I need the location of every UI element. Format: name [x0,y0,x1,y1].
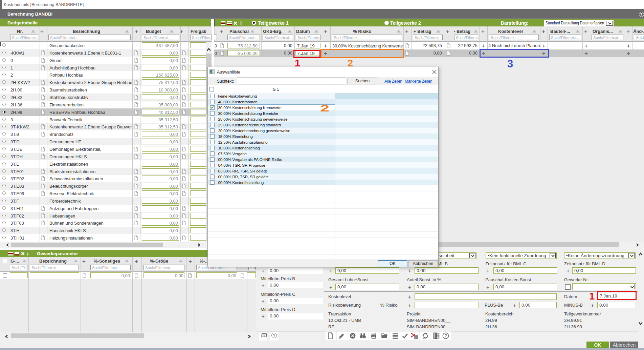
svg-text:1: 1 [438,333,439,335]
svg-text:2: 2 [438,336,439,338]
svg-text:?: ? [445,333,447,338]
